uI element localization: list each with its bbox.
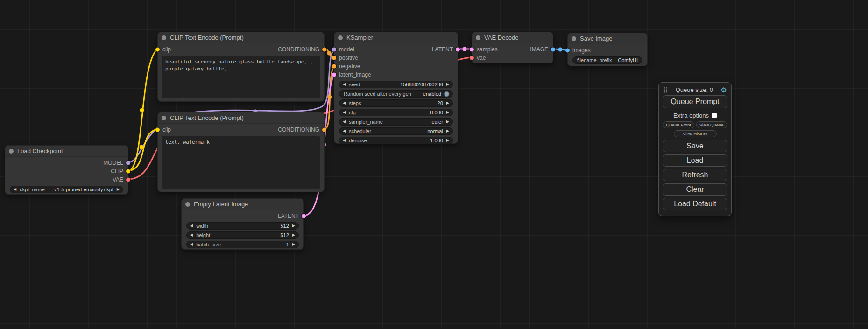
node-save-image[interactable]: Save Image images filename_prefix ComfyU… xyxy=(567,33,648,66)
seed-widget[interactable]: ◀ seed 156680208700286 ▶ xyxy=(339,81,453,88)
vae-input-slot[interactable] xyxy=(470,56,474,60)
positive-prompt-textarea[interactable]: beautiful scenery nature glass bottle la… xyxy=(162,56,320,98)
increment-arrow-icon[interactable]: ▶ xyxy=(292,233,295,237)
decrement-arrow-icon[interactable]: ◀ xyxy=(343,111,346,114)
conditioning-output-label: CONDITIONING xyxy=(278,46,319,53)
view-queue-button[interactable]: View Queue xyxy=(696,121,727,128)
sampler-name-widget[interactable]: ◀ sampler_name euler ▶ xyxy=(339,118,453,126)
node-title-bar[interactable]: VAE Decode xyxy=(472,32,553,43)
filename-prefix-widget[interactable]: filename_prefix ComfyUI xyxy=(572,56,642,64)
model-output-label: MODEL xyxy=(103,160,123,166)
node-title-bar[interactable]: CLIP Text Encode (Prompt) xyxy=(158,112,324,124)
latent-image-input-label: latent_image xyxy=(339,71,371,78)
decrement-arrow-icon[interactable]: ◀ xyxy=(343,129,346,133)
conditioning-output-slot[interactable] xyxy=(322,48,326,52)
decrement-arrow-icon[interactable]: ◀ xyxy=(343,83,346,86)
latent-output-slot[interactable] xyxy=(456,48,460,52)
decrement-arrow-icon[interactable]: ◀ xyxy=(343,101,346,105)
decrement-arrow-icon[interactable]: ◀ xyxy=(343,139,346,142)
decrement-arrow-icon[interactable]: ◀ xyxy=(343,120,346,124)
comfyui-canvas[interactable]: { "colors": { "model": "#B39DDB", "clip"… xyxy=(0,0,868,329)
collapse-dot-icon[interactable] xyxy=(162,35,166,40)
negative-input-slot[interactable] xyxy=(332,64,336,69)
drag-handle-icon[interactable] xyxy=(663,87,668,93)
cfg-widget[interactable]: ◀ cfg 8.000 ▶ xyxy=(339,109,453,116)
model-input-slot[interactable] xyxy=(332,48,336,52)
latent-output-label: LATENT xyxy=(432,46,453,53)
node-title-bar[interactable]: Load Checkpoint xyxy=(5,146,128,157)
load-default-button[interactable]: Load Default xyxy=(663,198,727,210)
collapse-dot-icon[interactable] xyxy=(338,35,343,40)
images-input-slot[interactable] xyxy=(565,49,570,53)
node-load-checkpoint[interactable]: Load Checkpoint MODEL CLIP VAE ◀ ckpt_na… xyxy=(5,145,128,195)
width-widget[interactable]: ◀ width 512 ▶ xyxy=(186,222,299,230)
node-empty-latent-image[interactable]: Empty Latent Image LATENT ◀ width 512 ▶ … xyxy=(181,198,304,250)
wire-clip-negative xyxy=(128,129,157,171)
clip-output-slot[interactable] xyxy=(126,169,130,174)
collapse-dot-icon[interactable] xyxy=(572,36,576,41)
ckpt-name-widget[interactable]: ◀ ckpt_name v1-5-pruned-emaonly.ckpt ▶ xyxy=(10,186,123,193)
height-widget[interactable]: ◀ height 512 ▶ xyxy=(186,231,299,239)
queue-front-button[interactable]: Queue Front xyxy=(663,121,694,128)
collapse-dot-icon[interactable] xyxy=(162,116,166,120)
node-vae-decode[interactable]: VAE Decode samples IMAGE vae xyxy=(472,32,553,63)
clip-input-slot[interactable] xyxy=(155,48,160,52)
random-seed-toggle-widget[interactable]: Random seed after every gen enabled xyxy=(339,90,453,98)
collapse-dot-icon[interactable] xyxy=(476,35,480,40)
toggle-knob-icon[interactable] xyxy=(444,91,449,97)
node-title-bar[interactable]: KSampler xyxy=(334,32,458,43)
increment-arrow-icon[interactable]: ▶ xyxy=(292,243,295,246)
queue-size-label: Queue size: 0 xyxy=(668,86,721,93)
node-title-bar[interactable]: Save Image xyxy=(568,33,647,44)
decrement-arrow-icon[interactable]: ◀ xyxy=(14,188,16,191)
collapse-dot-icon[interactable] xyxy=(185,202,190,207)
increment-arrow-icon[interactable]: ▶ xyxy=(292,224,295,228)
view-history-button[interactable]: View History xyxy=(674,130,717,137)
settings-gear-icon[interactable]: ⚙ xyxy=(721,86,727,93)
vae-output-slot[interactable] xyxy=(126,178,130,182)
clip-input-label: clip xyxy=(162,126,171,133)
node-title-bar[interactable]: CLIP Text Encode (Prompt) xyxy=(158,32,324,43)
decrement-arrow-icon[interactable]: ◀ xyxy=(190,233,193,237)
decrement-arrow-icon[interactable]: ◀ xyxy=(190,224,193,228)
positive-input-slot[interactable] xyxy=(332,56,336,60)
collapse-dot-icon[interactable] xyxy=(9,149,14,154)
steps-widget[interactable]: ◀ steps 20 ▶ xyxy=(339,99,453,107)
conditioning-output-label: CONDITIONING xyxy=(278,126,319,133)
increment-arrow-icon[interactable]: ▶ xyxy=(446,129,449,133)
node-clip-text-encode-positive[interactable]: CLIP Text Encode (Prompt) clip CONDITION… xyxy=(157,32,325,102)
increment-arrow-icon[interactable]: ▶ xyxy=(117,188,120,191)
decrement-arrow-icon[interactable]: ◀ xyxy=(190,243,193,246)
widget-label: ckpt_name xyxy=(20,187,45,192)
model-output-slot[interactable] xyxy=(126,161,130,165)
latent-output-slot[interactable] xyxy=(302,214,306,218)
node-title: VAE Decode xyxy=(484,34,518,41)
increment-arrow-icon[interactable]: ▶ xyxy=(446,111,449,114)
increment-arrow-icon[interactable]: ▶ xyxy=(446,101,449,105)
queue-prompt-button[interactable]: Queue Prompt xyxy=(663,95,727,108)
node-title-bar[interactable]: Empty Latent Image xyxy=(182,199,303,210)
clip-input-slot[interactable] xyxy=(155,128,160,132)
queue-panel[interactable]: Queue size: 0 ⚙ Queue Prompt Extra optio… xyxy=(658,82,732,216)
node-clip-text-encode-negative[interactable]: CLIP Text Encode (Prompt) clip CONDITION… xyxy=(157,112,325,192)
widget-label: batch_size xyxy=(196,242,221,247)
denoise-widget[interactable]: ◀ denoise 1.000 ▶ xyxy=(339,137,453,144)
node-ksampler[interactable]: KSampler model LATENT positive negative … xyxy=(334,32,458,144)
batch-size-widget[interactable]: ◀ batch_size 1 ▶ xyxy=(186,241,299,248)
load-button[interactable]: Load xyxy=(663,154,727,167)
negative-prompt-textarea[interactable]: text, watermark xyxy=(162,136,320,189)
scheduler-widget[interactable]: ◀ scheduler normal ▶ xyxy=(339,127,453,135)
extra-options-checkbox[interactable] xyxy=(712,113,717,118)
clear-button[interactable]: Clear xyxy=(663,183,727,196)
samples-input-slot[interactable] xyxy=(470,48,474,52)
increment-arrow-icon[interactable]: ▶ xyxy=(446,83,449,86)
widget-value: 1 xyxy=(286,242,289,247)
wire-midpoint-dot xyxy=(140,108,144,112)
refresh-button[interactable]: Refresh xyxy=(663,169,727,181)
conditioning-output-slot[interactable] xyxy=(322,128,326,132)
increment-arrow-icon[interactable]: ▶ xyxy=(446,139,449,142)
latent-image-input-slot[interactable] xyxy=(332,73,336,77)
increment-arrow-icon[interactable]: ▶ xyxy=(446,120,449,124)
save-button[interactable]: Save xyxy=(663,140,727,152)
image-output-slot[interactable] xyxy=(551,48,555,52)
